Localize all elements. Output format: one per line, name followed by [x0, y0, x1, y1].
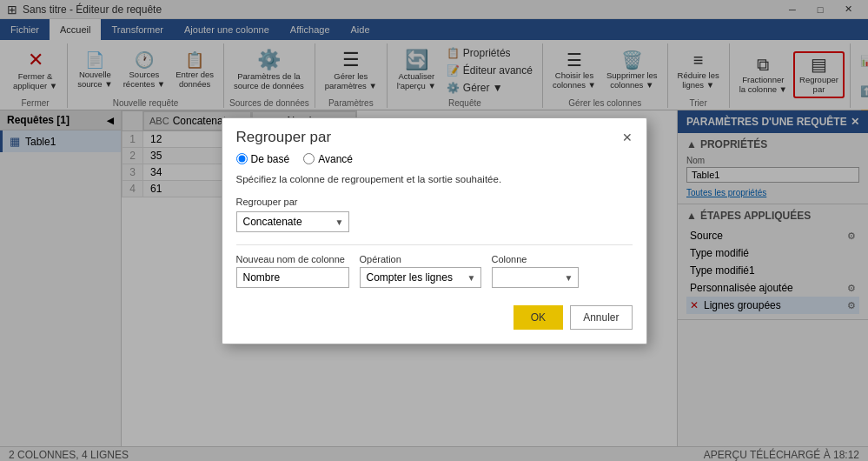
groupby-select-wrap: Concatenate Nombre ▼ — [236, 211, 349, 232]
new-col-label: Nouveau nom de colonne — [236, 254, 349, 264]
modal-footer: OK Annuler — [236, 298, 633, 330]
groupby-select[interactable]: Concatenate Nombre — [236, 211, 349, 232]
modal-description: Spécifiez la colonne de regroupement et … — [236, 174, 633, 184]
modal-overlay: Regrouper par ✕ De basé Avancé Spécifiez… — [0, 0, 868, 461]
col-select[interactable] — [492, 267, 579, 288]
modal-dialog: Regrouper par ✕ De basé Avancé Spécifiez… — [222, 117, 647, 344]
op-select[interactable]: Compter les lignes Somme Minimum Maximum… — [360, 267, 481, 288]
modal-body: De basé Avancé Spécifiez la colonne de r… — [222, 153, 646, 344]
modal-fields-row: Nouveau nom de colonne Opération Compter… — [236, 254, 633, 288]
modal-divider — [236, 244, 633, 245]
col-field-label: Colonne — [492, 254, 579, 264]
modal-title-bar: Regrouper par ✕ — [222, 118, 646, 153]
op-label: Opération — [360, 254, 481, 264]
radio-avance-label: Avancé — [318, 153, 353, 165]
modal-close-button[interactable]: ✕ — [622, 130, 633, 144]
radio-de-base-label: De basé — [251, 153, 290, 165]
modal-op-field: Opération Compter les lignes Somme Minim… — [360, 254, 481, 288]
radio-de-base-input[interactable] — [236, 153, 248, 164]
modal-title: Regrouper par — [236, 129, 332, 146]
new-col-input[interactable] — [236, 267, 349, 288]
modal-groupby-section-label: Regrouper par — [236, 197, 633, 207]
modal-new-col-field: Nouveau nom de colonne — [236, 254, 349, 288]
radio-de-base[interactable]: De basé — [236, 153, 290, 165]
radio-avance[interactable]: Avancé — [303, 153, 353, 165]
modal-radio-row: De basé Avancé — [236, 153, 633, 165]
cancel-button[interactable]: Annuler — [570, 305, 632, 330]
modal-col-field: Colonne ▼ — [492, 254, 579, 288]
op-select-wrap: Compter les lignes Somme Minimum Maximum… — [360, 267, 481, 288]
radio-avance-input[interactable] — [303, 153, 315, 164]
ok-button[interactable]: OK — [514, 305, 563, 330]
col-select-wrap: ▼ — [492, 267, 579, 288]
